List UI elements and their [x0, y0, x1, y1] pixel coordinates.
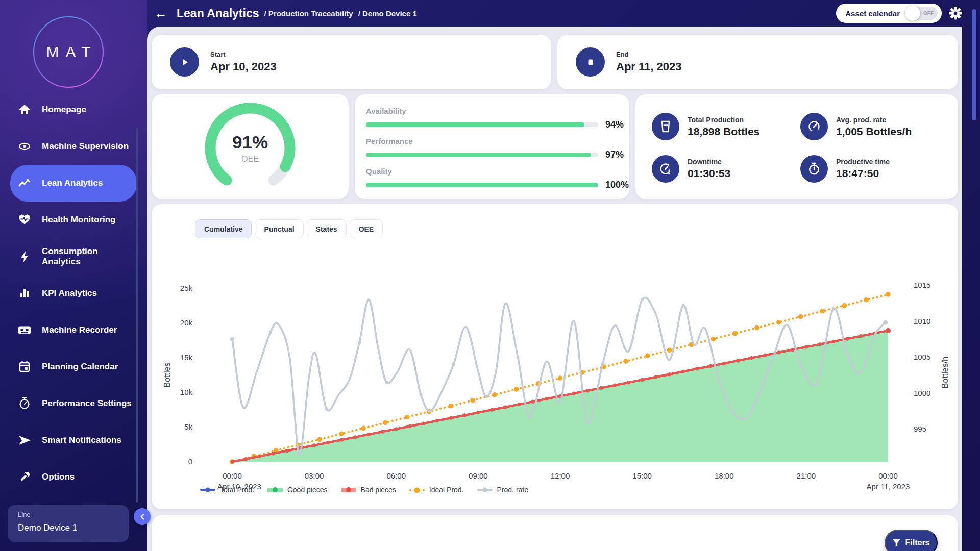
svg-text:10k: 10k	[180, 388, 193, 396]
production-stats-card: Total Production 18,898 Bottles Avg. pro…	[635, 94, 958, 199]
quality-value: 100%	[605, 180, 629, 190]
tab-cumulative[interactable]: Cumulative	[195, 219, 252, 238]
stat-label: Downtime	[688, 158, 730, 166]
chart-tabs: Cumulative Punctual States OEE	[195, 219, 383, 238]
start-date-card[interactable]: Start Apr 10, 2023	[152, 35, 551, 89]
performance-bar	[366, 153, 598, 157]
end-date: Apr 11, 2023	[616, 60, 681, 73]
quality-bar	[366, 183, 598, 187]
svg-text:15k: 15k	[180, 353, 193, 362]
sidebar-scrollbar[interactable]	[136, 128, 138, 503]
sidebar-item-planning-calendar[interactable]: Planning Calendar	[10, 348, 137, 385]
asset-calendar-toggle-pill[interactable]: Asset calendar OFF	[836, 4, 942, 23]
svg-text:09:00: 09:00	[469, 471, 488, 480]
selected-line-card[interactable]: Line Demo Device 1	[8, 505, 129, 542]
traceability-table-card	[152, 515, 958, 551]
tab-states[interactable]: States	[307, 219, 347, 238]
legend-ideal-prod[interactable]: Ideal Prod.	[409, 486, 464, 494]
sidebar-item-label: Consumption Analytics	[42, 246, 132, 267]
sidebar-item-label: Options	[42, 472, 75, 482]
performance-value: 97%	[605, 149, 624, 160]
svg-text:25k: 25k	[180, 284, 193, 292]
stat-label: Productive time	[836, 158, 890, 166]
oee-ratios-card: Availability 94% Performance 97% Quality…	[355, 94, 629, 199]
svg-text:20k: 20k	[180, 318, 193, 327]
filters-button[interactable]: Filters	[885, 530, 938, 551]
stop-icon	[576, 47, 605, 77]
start-label: Start	[210, 51, 277, 58]
legend-prod-rate[interactable]: Prod. rate	[477, 486, 528, 494]
quality-label: Quality	[366, 167, 619, 176]
tab-punctual[interactable]: Punctual	[255, 219, 303, 238]
legend-bad-pieces[interactable]: Bad pieces	[341, 486, 396, 494]
page-title: Lean Analytics	[177, 7, 259, 20]
sidebar-item-smart-notifications[interactable]: Smart Notifications	[10, 422, 137, 459]
breadcrumb-device[interactable]: / Demo Device 1	[358, 9, 417, 18]
legend-good-pieces[interactable]: Good pieces	[267, 486, 328, 494]
availability-bar	[366, 122, 598, 127]
heart-pulse-icon	[16, 213, 33, 227]
sidebar-item-label: Lean Analytics	[42, 178, 103, 188]
sidebar-item-label: Performance Settings	[42, 398, 132, 409]
availability-label: Availability	[366, 107, 619, 115]
asset-calendar-switch[interactable]: OFF	[906, 7, 938, 20]
header-actions: Asset calendar OFF	[836, 4, 962, 23]
main-content: Start Apr 10, 2023 End Apr 11, 2023	[147, 27, 962, 551]
performance-label: Performance	[366, 137, 619, 145]
stat-value: 18:47:50	[836, 167, 890, 180]
sidebar-item-label: Machine Supervision	[42, 141, 129, 152]
mat-logo: MAT	[33, 16, 104, 88]
logo-ring-icon	[33, 16, 104, 88]
oee-gauge-card: 91% OEE	[152, 94, 349, 199]
line-chart-icon	[16, 177, 33, 190]
svg-text:1010: 1010	[914, 317, 930, 325]
svg-text:06:00: 06:00	[386, 471, 406, 480]
downtime-stat: Downtime 01:30:53	[652, 150, 800, 188]
sidebar-item-homepage[interactable]: Homepage	[10, 91, 137, 128]
sidebar-item-consumption-analytics[interactable]: Consumption Analytics	[10, 238, 137, 275]
end-date-card[interactable]: End Apr 11, 2023	[557, 35, 958, 89]
toggle-state-label: OFF	[923, 11, 934, 16]
bar-chart-icon	[16, 287, 33, 299]
svg-text:Apr 11, 2023: Apr 11, 2023	[867, 482, 910, 491]
svg-text:00:00: 00:00	[223, 471, 242, 480]
page-scrollbar[interactable]	[972, 9, 976, 120]
sidebar-collapse-button[interactable]	[134, 508, 151, 525]
svg-text:Bottles/h: Bottles/h	[941, 357, 949, 388]
calendar-icon	[16, 361, 33, 373]
legend-total-prod[interactable]: Total Prod.	[200, 486, 254, 494]
line-label: Line	[18, 511, 129, 518]
quality-row: Quality 100%	[366, 167, 619, 190]
svg-text:1015: 1015	[914, 281, 930, 289]
sidebar-item-health-monitoring[interactable]: Health Monitoring	[10, 202, 137, 238]
tab-oee[interactable]: OEE	[350, 219, 383, 238]
svg-text:1005: 1005	[914, 353, 930, 361]
sidebar-item-machine-recorder[interactable]: Machine Recorder	[10, 312, 137, 348]
settings-gear-icon[interactable]	[949, 7, 962, 20]
sidebar-item-label: Machine Recorder	[42, 325, 117, 335]
header: ← Lean Analytics / Production Traceabili…	[147, 0, 962, 27]
eye-icon	[16, 140, 33, 153]
breadcrumb-traceability[interactable]: / Production Traceability	[264, 9, 353, 18]
sidebar-item-options[interactable]: Options	[10, 459, 137, 495]
sidebar-item-label: Homepage	[42, 105, 86, 115]
sidebar-item-label: Planning Calendar	[42, 362, 118, 372]
home-icon	[16, 104, 33, 116]
svg-text:18:00: 18:00	[715, 471, 734, 480]
sidebar-item-label: Smart Notifications	[42, 435, 121, 445]
sidebar-item-performance-settings[interactable]: Performance Settings	[10, 385, 137, 422]
send-icon	[16, 433, 33, 447]
back-arrow-icon[interactable]: ←	[154, 7, 167, 20]
sidebar-item-lean-analytics[interactable]: Lean Analytics	[10, 165, 137, 202]
sidebar-item-kpi-analytics[interactable]: KPI Analytics	[10, 275, 137, 312]
bottle-icon	[652, 113, 679, 140]
bolt-icon	[16, 251, 33, 263]
cassette-icon	[16, 323, 33, 337]
production-line-chart: 05k10k15k20k25kBottles995100010051010101…	[152, 204, 958, 509]
svg-text:5k: 5k	[184, 422, 192, 431]
chevron-left-icon	[139, 514, 145, 520]
start-date: Apr 10, 2023	[210, 60, 277, 73]
sidebar-nav: Homepage Machine Supervision Lean Analyt…	[0, 91, 147, 495]
sidebar-item-machine-supervision[interactable]: Machine Supervision	[10, 128, 137, 165]
stopwatch-icon	[800, 155, 828, 183]
